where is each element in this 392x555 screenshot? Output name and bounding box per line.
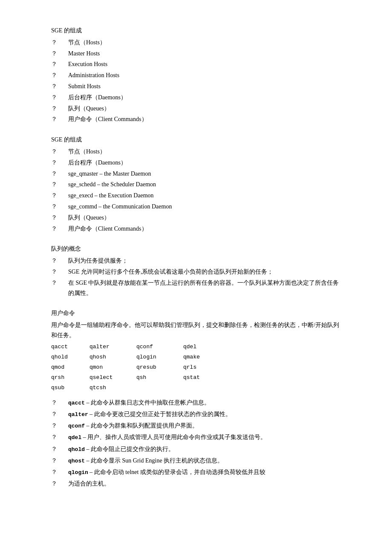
item-text: 节点（Hosts）: [68, 38, 341, 48]
item-text: 用户命令（Client Commands）: [68, 224, 341, 234]
bullet: ？: [51, 104, 68, 114]
cmd-cell: qlogin: [136, 353, 183, 362]
bullet: ？: [51, 59, 68, 69]
bullet: ？: [51, 38, 68, 48]
cmd-desc-item: ？ qalter – 此命令更改已提交但正处于暂挂状态的作业的属性。: [51, 409, 341, 419]
list-item: ？ 队列（Queues）: [51, 104, 341, 114]
cmd-cell: [183, 383, 222, 393]
cmd-text: qconf – 此命令为群集和队列配置提供用户界面。: [68, 421, 341, 431]
bullet: ？: [51, 278, 68, 298]
cmd-text: qlogin – 此命令启动 telnet 或类似的登录会话，并自动选择负荷较低…: [68, 467, 341, 477]
cmd-dash: –: [83, 434, 88, 440]
item-text: sge_schedd – the Scheduler Daemon: [68, 179, 341, 190]
bullet: ？: [51, 70, 68, 81]
cmd-name: qdel: [68, 434, 81, 441]
item-text: 节点（Hosts）: [68, 147, 341, 157]
cmd-desc-item: ？ qlogin – 此命令启动 telnet 或类似的登录会话，并自动选择负荷…: [51, 467, 341, 477]
bullet: ？: [51, 444, 68, 454]
cmd-name: qhost: [68, 458, 85, 464]
cmd-desc-item: ？ qconf – 此命令为群集和队列配置提供用户界面。: [51, 421, 341, 431]
list-item: ？ sge_schedd – the Scheduler Daemon: [51, 179, 341, 190]
cmd-text: 为适合的主机。: [68, 479, 341, 489]
item-text: sge_commd – the Communication Daemon: [68, 202, 341, 212]
bullet: ？: [51, 467, 68, 477]
item-text: 队列（Queues）: [68, 104, 341, 114]
list-item: ？ 用户命令（Client Commands）: [51, 224, 341, 234]
cmd-description: 此命令从群集日志文件中抽取任意帐户信息。: [91, 399, 210, 406]
cmd-desc-item: ？ qdel – 用户、操作人员或管理人员可使用此命令向作业或其子集发送信号。: [51, 432, 341, 442]
cmd-description: 此命令为群集和队列配置提供用户界面。: [91, 422, 198, 429]
list-item: ？ 用户命令（Client Commands）: [51, 114, 341, 124]
bullet: ？: [51, 114, 68, 124]
cmd-cell: qmod: [51, 363, 89, 372]
item-text: Master Hosts: [68, 49, 341, 59]
cmd-cell: qmake: [183, 353, 222, 362]
bullet: ？: [51, 202, 68, 212]
cmd-description: 用户、操作人员或管理人员可使用此命令向作业或其子集发送信号。: [87, 434, 266, 440]
cmd-name: qalter: [68, 411, 88, 418]
cmd-name: qacct: [68, 400, 85, 406]
list-item: ？ sge_commd – the Communication Daemon: [51, 202, 341, 212]
cmd-desc-list: ？ qacct – 此命令从群集日志文件中抽取任意帐户信息。 ？ qalter …: [51, 398, 341, 489]
cmd-dash: –: [86, 422, 91, 429]
cmd-cell: qhosh: [89, 353, 136, 362]
cmd-dash: –: [89, 469, 94, 475]
cmd-text: qhost – 此命令显示 Sun Grid Engine 执行主机的状态信息。: [68, 456, 341, 466]
list-item: ？ Execution Hosts: [51, 59, 341, 69]
item-text: 后台程序（Daemons）: [68, 158, 341, 168]
cmd-cell: qconf: [136, 342, 183, 352]
cmd-dash: –: [89, 411, 94, 417]
cmd-cell: qdel: [183, 342, 222, 352]
bullet: ？: [51, 81, 68, 92]
bullet: ？: [51, 213, 68, 223]
bullet: ？: [51, 224, 68, 234]
item-text: 队列（Queues）: [68, 213, 341, 223]
cmd-description: 此命令启动 telnet 或类似的登录会话，并自动选择负荷较低并且较: [94, 469, 265, 475]
bullet: ？: [51, 158, 68, 168]
cmd-cell: qstat: [183, 373, 222, 382]
item-text: sge_qmaster – the Master Daemon: [68, 169, 341, 179]
cmd-cell: qselect: [89, 373, 136, 382]
bullet: ？: [51, 169, 68, 179]
cmd-text: qalter – 此命令更改已提交但正处于暂挂状态的作业的属性。: [68, 409, 341, 419]
bullet: ？: [51, 147, 68, 157]
bullet: ？: [51, 49, 68, 59]
cmd-cell: qtcsh: [89, 383, 136, 393]
list-item: ？ Master Hosts: [51, 49, 341, 59]
list-item: ？ sge_qmaster – the Master Daemon: [51, 169, 341, 179]
cmd-text: qhold – 此命令阻止已提交作业的执行。: [68, 444, 341, 454]
cmd-cell: qsh: [136, 373, 183, 382]
cmd-desc-item: ？ qhold – 此命令阻止已提交作业的执行。: [51, 444, 341, 454]
cmd-cell: qhold: [51, 353, 89, 362]
cmd-description: 此命令显示 Sun Grid Engine 执行主机的状态信息。: [91, 457, 223, 464]
cmd-text: qdel – 用户、操作人员或管理人员可使用此命令向作业或其子集发送信号。: [68, 432, 341, 442]
cmd-name: qconf: [68, 423, 85, 429]
user-commands-description: 用户命令是一组辅助程序命令。他可以帮助我们管理队列，提交和删除任务，检测任务的状…: [51, 320, 341, 341]
section3: 队列的概念 ？ 队列为任务提供服务； ？ SGE 允许同时运行多个任务,系统会试…: [51, 244, 341, 298]
list-item: ？ 节点（Hosts）: [51, 147, 341, 157]
item-text: Administration Hosts: [68, 70, 341, 81]
bullet: ？: [51, 456, 68, 466]
bullet: ？: [51, 92, 68, 103]
cmd-cell: qmon: [89, 363, 136, 372]
bullet: ？: [51, 409, 68, 419]
list-item: ？ 节点（Hosts）: [51, 38, 341, 48]
cmd-cell: qsub: [51, 383, 89, 393]
list-item: ？ Submit Hosts: [51, 81, 341, 92]
cmd-desc-item: ？ qhost – 此命令显示 Sun Grid Engine 执行主机的状态信…: [51, 456, 341, 466]
list-item: ？ sge_execd – the Execution Daemon: [51, 191, 341, 201]
item-text: Execution Hosts: [68, 59, 341, 69]
item-text: 后台程序（Daemons）: [68, 92, 341, 103]
cmd-cell: qacct: [51, 342, 89, 352]
bullet: ？: [51, 267, 68, 277]
user-commands-section: 用户命令 用户命令是一组辅助程序命令。他可以帮助我们管理队列，提交和删除任务，检…: [51, 308, 341, 489]
cmd-name: qlogin: [68, 469, 88, 476]
list-item: ？ 队列为任务提供服务；: [51, 256, 341, 266]
cmd-description: 此命令更改已提交但正处于暂挂状态的作业的属性。: [94, 411, 231, 417]
list-item: ？ 后台程序（Daemons）: [51, 92, 341, 103]
commands-grid: qacct qalter qconf qdel qhold qhosh qlog…: [51, 342, 341, 393]
section1: SGE 的组成 ？ 节点（Hosts） ？ Master Hosts ？ Exe…: [51, 26, 341, 124]
cmd-cell: qalter: [89, 342, 136, 352]
cmd-dash: –: [86, 446, 91, 452]
user-commands-title: 用户命令: [51, 308, 341, 318]
